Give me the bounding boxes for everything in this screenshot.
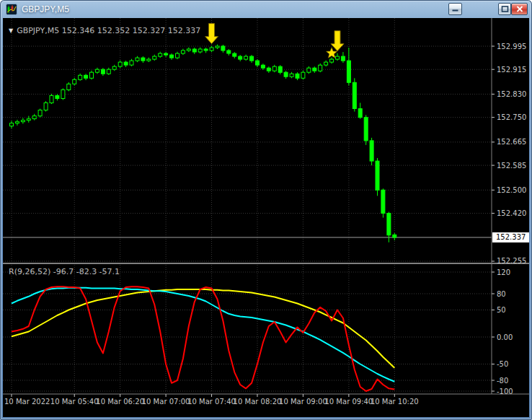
candle-body [176,53,179,58]
candle-body [393,235,396,237]
indicator-line-r26 [12,288,394,382]
candle-body [90,72,94,78]
price-axis-label: 152.665 [497,138,526,146]
candle-body [192,49,196,52]
candle-body [181,51,185,53]
candlestick [261,64,265,70]
candlestick [187,48,190,53]
time-axis-label: 10 Mar 07:40 [187,398,236,406]
candle-body [341,56,345,61]
candle-body [347,61,350,82]
candlestick [147,58,151,62]
candle-body [250,56,254,61]
candle-body [358,109,362,118]
candle-body [381,190,385,213]
chart-canvas[interactable]: 152.995152.915152.830152.750152.665152.5… [3,18,529,417]
candle-body [198,49,202,52]
candle-body [376,161,379,190]
current-price-tag-label: 152.337 [496,233,526,241]
candle-body [164,53,168,55]
candlestick [56,94,59,100]
price-axis-label: 152.255 [497,257,526,265]
candlestick [307,66,311,74]
indicator-axis-label: -100 [497,388,513,395]
candle-body [107,69,110,74]
candlestick [216,45,219,49]
price-axis-label: 152.500 [497,186,526,194]
candlestick [101,68,105,76]
candlestick [341,52,345,63]
candle-body [261,65,265,68]
candle-body [301,72,305,78]
candle-body [278,66,282,72]
candlestick [370,138,373,165]
indicator-line-r9 [12,286,394,391]
minimize-button[interactable] [448,3,462,15]
maximize-button[interactable] [498,3,511,15]
candle-body [147,59,151,61]
candlestick [164,52,168,57]
candlestick [204,48,208,53]
candlestick [95,68,99,74]
candlestick [159,52,162,58]
sell-signal-arrow[interactable] [331,31,344,51]
time-axis-label: 10 Mar 07:00 [142,398,190,406]
candle-body [27,119,30,121]
candle-body [313,68,316,71]
indicator-axis-label: 0.00 [497,333,513,341]
candle-body [101,69,105,74]
chart-client-area: 152.995152.915152.830152.750152.665152.5… [3,18,529,417]
candle-body [159,53,162,56]
close-icon [516,6,523,12]
candle-body [370,141,373,161]
candlestick [358,103,362,119]
candle-body [336,56,340,59]
indicator-axis-label: 50 [497,306,506,314]
maximize-icon [501,6,509,12]
price-axis-label: 152.420 [497,209,526,217]
price-axis-label: 152.915 [497,66,526,74]
candle-body [272,66,276,71]
candlestick [284,71,288,79]
candle-body [67,84,71,89]
candlestick [90,71,94,80]
candle-body [118,62,122,66]
candlestick [278,65,282,74]
candle-body [256,61,260,65]
candle-body [330,59,334,62]
candle-body [141,58,145,61]
indicator-axis-label: -80 [497,377,508,385]
candlestick [153,55,156,61]
candlestick [15,120,19,126]
candle-body [284,72,288,76]
candlestick [124,61,128,67]
candlestick [250,55,254,63]
candle-body [204,49,208,51]
one-click-trading-arrow[interactable]: ▼ [9,27,13,34]
window-title: GBPJPY,M5 [22,4,69,14]
candlestick [67,82,71,92]
candle-body [38,110,42,116]
candlestick [61,88,65,100]
sell-signal-arrow[interactable] [205,24,218,44]
candlestick [313,66,316,73]
candlestick [112,65,116,71]
candlestick [27,116,30,123]
chart-app-icon [6,4,17,15]
minimize-icon [451,6,459,12]
close-button[interactable] [511,3,528,15]
candlestick [176,52,179,59]
candle-body [79,75,82,79]
price-axis-label: 152.750 [497,113,526,121]
candlestick [181,49,185,56]
candlestick [192,48,196,54]
candle-body [32,116,36,119]
candlestick [233,52,236,58]
candle-body [290,74,293,76]
candlestick [32,114,36,121]
candlestick [290,72,293,79]
candlestick [336,53,340,61]
candle-body [210,48,213,51]
candle-body [307,68,311,72]
candlestick [353,78,356,111]
